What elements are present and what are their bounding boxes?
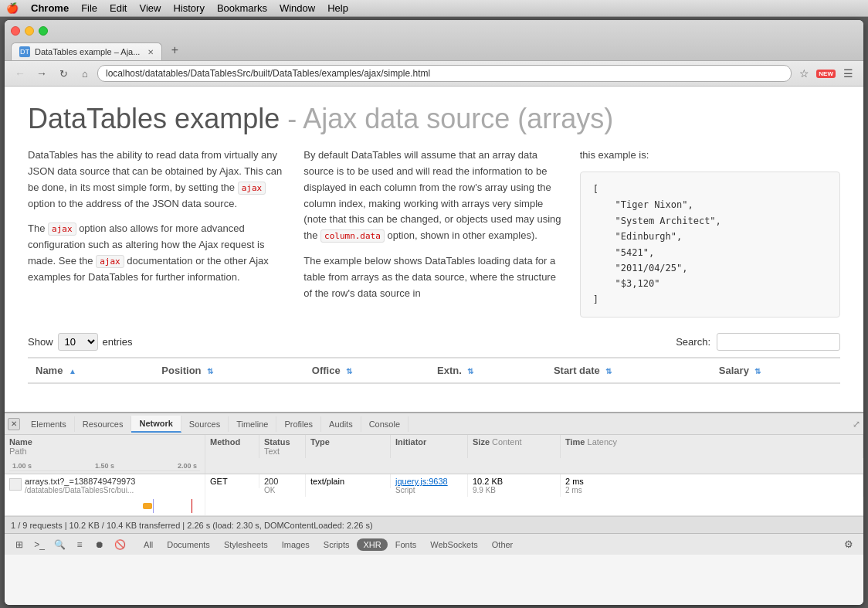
reload-button[interactable]: ↻: [54, 64, 73, 83]
search-label: Search:: [676, 336, 710, 348]
desc1-para2: The ajax option also allows for more adv…: [28, 221, 288, 285]
filter-fonts[interactable]: Fonts: [389, 538, 423, 551]
file-name: arrays.txt?_=1388749479973: [25, 477, 135, 486]
devtools-tab-console[interactable]: Console: [361, 416, 409, 432]
back-button[interactable]: ←: [11, 64, 29, 83]
network-cell-status: 200 OK: [259, 474, 306, 497]
close-button[interactable]: [11, 26, 20, 36]
devtools-tab-sources[interactable]: Sources: [181, 416, 229, 432]
filter-stylesheets[interactable]: Stylesheets: [218, 538, 274, 551]
settings-button[interactable]: ⚙: [840, 536, 857, 553]
datatable: Name ▲ Position ⇅ Office ⇅ Extn. ⇅ Start…: [28, 357, 840, 384]
col-office[interactable]: Office ⇅: [304, 358, 429, 383]
menu-help[interactable]: Help: [327, 2, 348, 14]
search-input[interactable]: [717, 333, 840, 351]
home-button[interactable]: ⌂: [76, 64, 94, 83]
network-cell-type: text/plain: [306, 474, 391, 488]
network-cell-name: arrays.txt?_=1388749479973 /datatables/D…: [5, 474, 205, 497]
sort-icon-position: ⇅: [207, 367, 213, 375]
initiator-link[interactable]: jquery.js:9638: [395, 477, 463, 486]
code-block: [ "Tiger Nixon", "System Architect", "Ed…: [580, 172, 840, 318]
menu-edit[interactable]: Edit: [110, 2, 127, 14]
column-data-code: column.data: [320, 229, 385, 243]
filter-all[interactable]: All: [137, 538, 159, 551]
menu-file[interactable]: File: [81, 2, 97, 14]
network-col-type: Type: [306, 435, 391, 458]
filter-scripts[interactable]: Scripts: [317, 538, 356, 551]
devtools-tab-resources[interactable]: Resources: [75, 416, 132, 432]
search-network-button[interactable]: 🔍: [51, 536, 68, 553]
minimize-button[interactable]: [25, 26, 34, 36]
table-controls: Show 10 25 50 100 entries Search:: [28, 333, 840, 351]
network-col-timeline: 1.00 s 1.50 s 2.00 s: [5, 458, 205, 474]
browser-window: DT DataTables example – Aja... ✕ + ← → ↻…: [5, 20, 863, 605]
network-col-name: Name Path: [5, 435, 205, 458]
col-salary[interactable]: Salary ⇅: [711, 358, 840, 383]
menu-view[interactable]: View: [139, 2, 161, 14]
devtools-tab-profiles[interactable]: Profiles: [276, 416, 321, 432]
filter-list-button[interactable]: ≡: [71, 536, 88, 553]
devtools-tab-timeline[interactable]: Timeline: [229, 416, 276, 432]
bottom-toolbar: ⊞ >_ 🔍 ≡ ⏺ 🚫 All Documents Stylesheets I…: [5, 533, 863, 555]
tab-close-button[interactable]: ✕: [147, 48, 154, 56]
browser-body: DataTables example - Ajax data source (a…: [5, 87, 863, 605]
sort-icon-salary: ⇅: [754, 367, 761, 375]
apple-menu[interactable]: 🍎: [6, 2, 19, 14]
filter-websockets[interactable]: WebSockets: [424, 538, 484, 551]
tab-favicon: DT: [19, 46, 30, 57]
devtools-tab-network[interactable]: Network: [131, 416, 181, 433]
devtools-expand-button[interactable]: ⤢: [853, 419, 860, 430]
active-tab[interactable]: DT DataTables example – Aja... ✕: [11, 42, 162, 60]
network-col-initiator: Initiator: [391, 435, 468, 458]
devtools-close-button[interactable]: ✕: [8, 418, 20, 430]
desc-col-1: DataTables has the ability to read data …: [28, 148, 288, 318]
filter-images[interactable]: Images: [276, 538, 316, 551]
ajax-code-1: ajax: [238, 182, 266, 195]
filter-xhr[interactable]: XHR: [357, 538, 387, 551]
devtools-tab-audits[interactable]: Audits: [321, 416, 361, 432]
desc-col-2: By default DataTables will assume that a…: [303, 148, 564, 318]
page-area: DataTables example - Ajax data source (a…: [5, 87, 863, 412]
page-subtitle: - Ajax data source (arrays): [287, 103, 613, 134]
entries-select[interactable]: 10 25 50 100: [58, 333, 98, 351]
col-startdate[interactable]: Start date ⇅: [546, 358, 711, 383]
bookmark-button[interactable]: ☆: [795, 64, 813, 83]
timeline-bar: [143, 503, 152, 509]
new-tab-button[interactable]: +: [164, 40, 185, 60]
address-bar[interactable]: [97, 65, 792, 82]
record-button[interactable]: ⏺: [91, 536, 108, 553]
network-row[interactable]: arrays.txt?_=1388749479973 /datatables/D…: [5, 474, 863, 516]
network-col-size: Size Content: [468, 435, 561, 458]
menu-history[interactable]: History: [173, 2, 204, 14]
maximize-button[interactable]: [39, 26, 48, 36]
devtools-tab-elements[interactable]: Elements: [23, 416, 75, 432]
entries-label: entries: [103, 336, 133, 348]
desc2-para1: By default DataTables will assume that a…: [303, 148, 564, 244]
col-extn[interactable]: Extn. ⇅: [429, 358, 546, 383]
console-button[interactable]: >_: [31, 536, 48, 553]
timeline-line-red: [192, 499, 192, 513]
col-position[interactable]: Position ⇅: [154, 358, 304, 383]
col-name[interactable]: Name ▲: [28, 358, 154, 383]
sort-icon-startdate: ⇅: [605, 367, 612, 375]
menu-bookmarks[interactable]: Bookmarks: [217, 2, 267, 14]
browser-menu-button[interactable]: ☰: [839, 64, 857, 83]
network-column-headers: Name Path Method Status Text Type Initia…: [5, 435, 863, 474]
forward-button[interactable]: →: [32, 64, 51, 83]
desc2-para2: The example below shows DataTables loadi…: [303, 253, 564, 301]
page-description: DataTables has the ability to read data …: [28, 148, 840, 318]
window-controls: [11, 26, 857, 36]
network-cell-initiator: jquery.js:9638 Script: [391, 474, 468, 497]
new-badge: NEW: [816, 70, 836, 78]
network-col-time: Time Latency: [561, 435, 863, 458]
tabs-bar: DT DataTables example – Aja... ✕ +: [11, 40, 857, 60]
clear-button[interactable]: 🚫: [111, 536, 128, 553]
menu-window[interactable]: Window: [280, 2, 315, 14]
filter-other[interactable]: Other: [486, 538, 520, 551]
devtools-header: ✕ Elements Resources Network Sources Tim…: [5, 413, 863, 435]
filter-documents[interactable]: Documents: [161, 538, 216, 551]
desc-col-3: this example is: [ "Tiger Nixon", "Syste…: [580, 148, 840, 318]
menu-chrome[interactable]: Chrome: [31, 2, 69, 14]
devtools-dock-button[interactable]: ⊞: [11, 536, 28, 553]
file-icon: [9, 478, 22, 491]
